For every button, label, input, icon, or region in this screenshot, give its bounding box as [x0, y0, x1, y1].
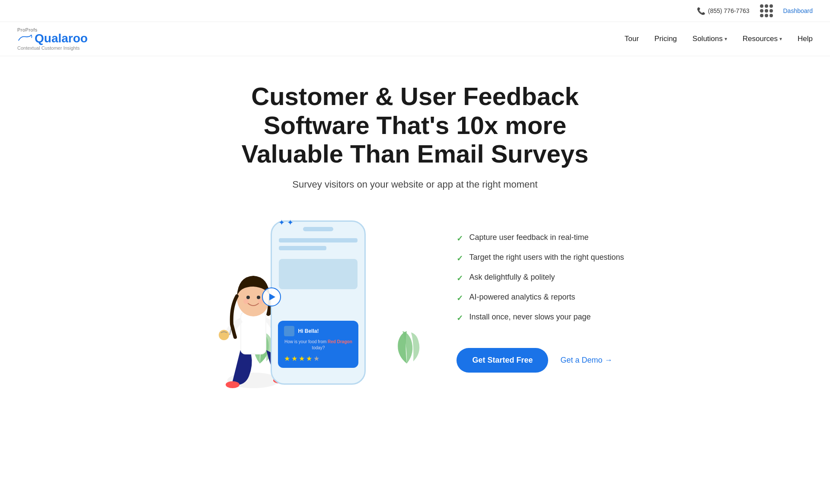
nav-pricing[interactable]: Pricing: [654, 35, 677, 43]
nav-solutions[interactable]: Solutions ▾: [693, 35, 727, 43]
hero-section: Customer & User Feedback Software That's…: [0, 56, 830, 411]
get-demo-button[interactable]: Get a Demo →: [560, 356, 612, 365]
survey-suffix: today?: [312, 345, 325, 350]
dashboard-link[interactable]: Dashboard: [783, 7, 813, 14]
play-triangle-icon: [269, 293, 275, 300]
qualaroo-bird-icon: [17, 34, 33, 43]
nav-solutions-label: Solutions: [693, 35, 723, 43]
logo-tagline: Contextual Customer Insights: [17, 45, 88, 51]
svg-point-9: [257, 296, 260, 299]
survey-brand: Red Dragon: [328, 339, 352, 344]
svg-point-5: [219, 330, 229, 340]
qualaroo-logo[interactable]: Qualaroo: [17, 32, 88, 45]
feature-3: ✓ Ask delightfully & politely: [456, 273, 624, 283]
qualaroo-text: Qualaroo: [35, 32, 88, 45]
phone-number: 📞 (855) 776-7763: [697, 7, 750, 15]
check-icon-5: ✓: [456, 313, 463, 323]
phone-line-2: [279, 246, 326, 250]
nav-help[interactable]: Help: [798, 35, 813, 43]
check-icon-4: ✓: [456, 293, 463, 303]
feature-5: ✓ Install once, never slows your page: [456, 313, 624, 323]
sparkle-decoration: ✦ ✦: [278, 218, 294, 227]
survey-question: How is your food from Red Dragon today?: [284, 339, 352, 351]
star-3: ★: [299, 354, 305, 363]
apps-grid-icon[interactable]: [760, 4, 773, 17]
survey-stars: ★ ★ ★ ★ ★: [284, 354, 352, 363]
star-2: ★: [291, 354, 297, 363]
phone-line-1: [279, 238, 358, 242]
svg-point-1: [226, 381, 239, 388]
check-icon-2: ✓: [456, 254, 463, 263]
check-icon-1: ✓: [456, 234, 463, 243]
feature-text-5: Install once, never slows your page: [469, 313, 591, 322]
phone-text: (855) 776-7763: [708, 7, 750, 14]
phone-icon: 📞: [697, 7, 706, 15]
hero-subtitle: Survey visitors on your website or app a…: [35, 179, 795, 190]
logo-area: ProProfs Qualaroo Contextual Customer In…: [17, 27, 88, 51]
phone-notch: [303, 227, 333, 231]
survey-popup: Hi Bella! How is your food from Red Drag…: [278, 321, 358, 368]
star-1: ★: [284, 354, 290, 363]
nav-tour[interactable]: Tour: [625, 35, 639, 43]
nav-links: Tour Pricing Solutions ▾ Resources ▾ Hel…: [625, 35, 813, 43]
feature-text-3: Ask delightfully & politely: [469, 273, 555, 282]
svg-rect-4: [241, 312, 265, 354]
nav-resources[interactable]: Resources ▾: [743, 35, 782, 43]
survey-popup-header: Hi Bella!: [284, 326, 352, 336]
star-5: ★: [313, 354, 319, 363]
phone-screen-lines: [272, 231, 364, 257]
leaves-right-decoration: [392, 329, 422, 372]
hero-content: Hi Bella! How is your food from Red Drag…: [112, 212, 718, 393]
phone-illustration: Hi Bella! How is your food from Red Drag…: [206, 212, 431, 393]
features-list: ✓ Capture user feedback in real-time ✓ T…: [456, 233, 624, 373]
resources-chevron-icon: ▾: [779, 36, 782, 42]
feature-2: ✓ Target the right users with the right …: [456, 253, 624, 263]
survey-avatar: [284, 326, 294, 336]
survey-question-text: How is your food from: [284, 339, 326, 344]
feature-4: ✓ AI-powered analytics & reports: [456, 293, 624, 303]
phone-mockup: Hi Bella! How is your food from Red Drag…: [271, 220, 366, 385]
feature-1: ✓ Capture user feedback in real-time: [456, 233, 624, 243]
cta-area: Get Started Free Get a Demo →: [456, 348, 624, 373]
star-4: ★: [306, 354, 312, 363]
survey-greeting: Hi Bella!: [298, 328, 319, 334]
svg-point-8: [246, 296, 250, 299]
get-started-button[interactable]: Get Started Free: [456, 348, 548, 373]
feature-text-2: Target the right users with the right qu…: [469, 253, 624, 262]
phone-body: Hi Bella! How is your food from Red Drag…: [271, 220, 366, 385]
solutions-chevron-icon: ▾: [725, 36, 727, 42]
hero-title: Customer & User Feedback Software That's…: [220, 82, 610, 169]
svg-point-10: [243, 299, 249, 304]
phone-content-block: [279, 259, 358, 289]
feature-text-4: AI-powered analytics & reports: [469, 293, 575, 302]
check-icon-3: ✓: [456, 274, 463, 283]
main-nav: ProProfs Qualaroo Contextual Customer In…: [0, 22, 830, 56]
nav-resources-label: Resources: [743, 35, 778, 43]
top-bar: 📞 (855) 776-7763 Dashboard: [0, 0, 830, 22]
feature-text-1: Capture user feedback in real-time: [469, 233, 588, 242]
